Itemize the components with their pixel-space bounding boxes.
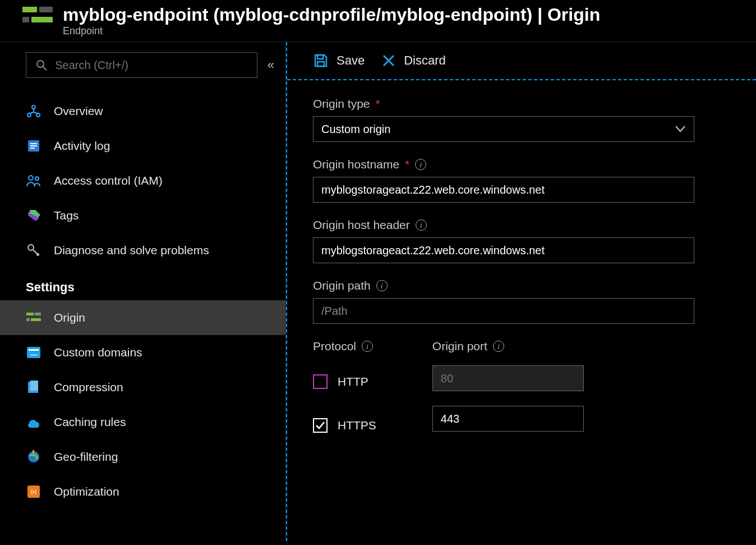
sidebar-section-settings: Settings [0, 268, 285, 300]
svg-line-5 [43, 67, 47, 70]
compression-icon [26, 379, 42, 395]
svg-point-16 [29, 176, 33, 180]
svg-rect-15 [30, 148, 35, 149]
sidebar-item-label: Compression [54, 381, 123, 394]
toolbar: Save Discard [287, 42, 756, 80]
https-label: HTTPS [338, 419, 376, 432]
sidebar-item-access-control[interactable]: Access control (IAM) [0, 163, 285, 198]
svg-text:(•): (•) [31, 489, 36, 495]
origin-path-input[interactable] [313, 298, 694, 324]
svg-rect-26 [29, 349, 39, 351]
sidebar-item-overview[interactable]: Overview [0, 94, 285, 129]
page-title: myblog-endpoint (myblog-cdnprofile/myblo… [63, 4, 600, 25]
svg-rect-25 [27, 347, 40, 358]
https-port-input[interactable] [432, 406, 584, 432]
svg-rect-34 [317, 55, 323, 59]
geo-filtering-icon [26, 449, 42, 465]
sidebar-item-caching-rules[interactable]: Caching rules [0, 405, 285, 439]
sidebar-item-tags[interactable]: Tags [0, 198, 285, 233]
https-checkbox[interactable] [313, 418, 328, 433]
svg-rect-1 [39, 7, 53, 12]
svg-rect-3 [31, 17, 53, 22]
access-control-icon [26, 173, 42, 189]
tags-icon [26, 208, 42, 223]
search-icon [34, 57, 48, 73]
sidebar-item-compression[interactable]: Compression [0, 370, 285, 405]
sidebar-item-label: Diagnose and solve problems [54, 244, 209, 257]
info-icon[interactable]: i [493, 341, 504, 352]
svg-point-6 [32, 106, 35, 109]
custom-domains-icon: www [26, 345, 42, 360]
sidebar-item-origin[interactable]: Origin [0, 300, 285, 335]
http-checkbox[interactable] [313, 374, 328, 389]
page-header: myblog-endpoint (myblog-cdnprofile/myblo… [0, 0, 756, 42]
svg-rect-23 [26, 318, 30, 321]
svg-rect-24 [31, 318, 41, 321]
origin-type-label: Origin type [313, 97, 370, 111]
info-icon[interactable]: i [416, 219, 427, 231]
info-icon[interactable]: i [415, 159, 426, 170]
sidebar-item-optimization[interactable]: (•) Optimization [0, 474, 285, 509]
svg-rect-29 [30, 381, 38, 391]
svg-text:www: www [30, 353, 38, 356]
svg-point-20 [28, 245, 34, 250]
sidebar-item-label: Optimization [54, 485, 119, 498]
sidebar-item-label: Tags [54, 209, 79, 222]
origin-host-header-input[interactable] [313, 237, 694, 263]
required-indicator: * [405, 158, 409, 171]
required-indicator: * [376, 97, 380, 111]
activity-log-icon [26, 138, 42, 154]
origin-hostname-label: Origin hostname [313, 158, 399, 171]
svg-rect-2 [22, 17, 29, 22]
svg-rect-35 [317, 62, 324, 66]
sidebar-item-label: Overview [54, 104, 103, 118]
diagnose-icon [26, 242, 42, 258]
page-subtitle: Endpoint [63, 25, 600, 37]
origin-icon [26, 310, 42, 326]
search-input[interactable] [55, 59, 248, 72]
svg-rect-13 [30, 143, 37, 144]
http-port-input [432, 365, 584, 391]
info-icon[interactable]: i [376, 280, 388, 291]
sidebar-item-activity-log[interactable]: Activity log [0, 129, 285, 163]
svg-point-4 [37, 61, 44, 67]
svg-rect-14 [30, 145, 37, 146]
origin-host-header-label: Origin host header [313, 218, 410, 232]
origin-hostname-input[interactable] [313, 177, 694, 203]
endpoint-icon [22, 4, 53, 29]
overview-icon [26, 103, 42, 119]
save-button[interactable]: Save [313, 53, 365, 68]
svg-rect-31 [33, 450, 34, 454]
svg-point-17 [35, 177, 39, 180]
discard-button[interactable]: Discard [381, 53, 446, 68]
save-icon [313, 53, 329, 68]
svg-point-8 [27, 113, 31, 117]
sidebar-item-geo-filtering[interactable]: Geo-filtering [0, 439, 285, 474]
svg-line-11 [34, 112, 38, 113]
optimization-icon: (•) [26, 484, 42, 500]
discard-label: Discard [404, 53, 446, 68]
collapse-sidebar-button[interactable]: « [268, 58, 274, 72]
origin-type-value: Custom origin [321, 123, 390, 136]
origin-type-select[interactable]: Custom origin [313, 116, 694, 142]
sidebar-item-custom-domains[interactable]: www Custom domains [0, 335, 285, 370]
svg-line-10 [29, 112, 34, 113]
discard-icon [381, 53, 396, 68]
protocol-label: Protocol [313, 340, 356, 353]
sidebar-item-label: Origin [54, 311, 85, 324]
origin-path-label: Origin path [313, 279, 371, 292]
svg-rect-21 [26, 313, 34, 315]
sidebar-item-diagnose[interactable]: Diagnose and solve problems [0, 233, 285, 268]
main-panel: Save Discard Origin type * Custom origin [286, 42, 756, 541]
sidebar-item-label: Access control (IAM) [54, 174, 163, 187]
caching-rules-icon [26, 414, 42, 430]
chevron-down-icon [675, 122, 686, 136]
sidebar-item-label: Geo-filtering [54, 450, 118, 464]
origin-port-label: Origin port [432, 340, 487, 353]
search-input-wrapper[interactable] [26, 52, 257, 78]
svg-rect-0 [22, 7, 37, 12]
info-icon[interactable]: i [362, 341, 373, 352]
sidebar-item-label: Caching rules [54, 415, 126, 429]
sidebar: « Overview [0, 42, 286, 541]
svg-point-9 [36, 113, 40, 117]
